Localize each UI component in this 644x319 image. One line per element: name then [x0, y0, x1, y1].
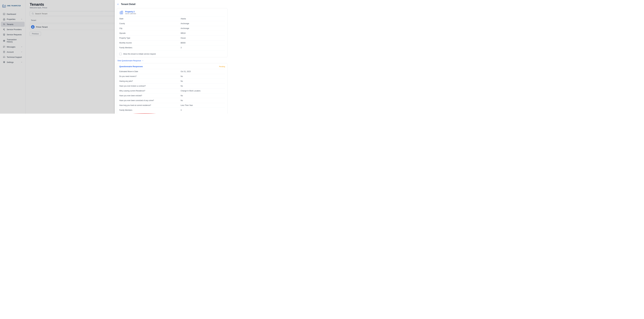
- question-value: No: [181, 99, 225, 101]
- panel-header: Tenant Detail: [117, 2, 228, 8]
- info-value: 3: [181, 47, 225, 49]
- info-value: House: [181, 37, 225, 39]
- info-row: County Anchorage: [119, 21, 225, 26]
- property-address: 315 E 12th Ave: [125, 13, 136, 14]
- allow-service-label: Allow this tenant to initiate service re…: [123, 53, 156, 55]
- question-value: No: [181, 80, 225, 82]
- view-questionnaire-toggle[interactable]: View Questionnaire Response: [117, 60, 228, 63]
- property-card: Property 2 315 E 12th Ave State Alaska C…: [117, 8, 228, 57]
- allow-service-row: Allow this tenant to initiate service re…: [119, 51, 225, 55]
- building-icon: [119, 10, 124, 14]
- info-value: Anchorage: [181, 27, 225, 29]
- info-label: Property Type: [119, 37, 181, 39]
- back-icon[interactable]: [117, 3, 119, 5]
- question-value: Oct 31, 2023: [181, 70, 225, 72]
- question-value: Less Then Year: [181, 104, 225, 106]
- question-label: Family Members: [119, 109, 181, 111]
- info-row: Family Members 3: [119, 45, 225, 50]
- info-label: City: [119, 27, 181, 29]
- question-value: 3: [181, 109, 225, 111]
- question-value: No: [181, 95, 225, 97]
- question-label: Have you ever broken a contract?: [119, 85, 181, 87]
- questionnaire-status: Pending: [219, 66, 225, 67]
- info-label: Family Members: [119, 47, 181, 49]
- question-label: Have you ever been convicted of any crim…: [119, 99, 181, 101]
- question-value: No: [181, 75, 225, 77]
- info-row: City Anchorage: [119, 26, 225, 31]
- question-value: Change In Work Location.: [181, 90, 225, 92]
- question-label: Why Leaving current Residence?: [119, 90, 181, 92]
- question-value: No: [181, 85, 225, 87]
- info-label: County: [119, 22, 181, 24]
- question-row: Have you ever been convicted of any crim…: [119, 98, 225, 103]
- question-row: Why Leaving current Residence? Change In…: [119, 88, 225, 93]
- question-label: Having any pets?: [119, 80, 181, 82]
- questionnaire-header: Questionnaire Responses Pending: [119, 65, 225, 68]
- info-row: State Alaska: [119, 16, 225, 21]
- info-value: $5000: [181, 42, 225, 44]
- questionnaire-card: Questionnaire Responses Pending Estimate…: [117, 63, 228, 114]
- questionnaire-title: Questionnaire Responses: [119, 65, 143, 68]
- question-label: Estimated Move-in Date: [119, 70, 181, 72]
- info-label: State: [119, 18, 181, 20]
- tenant-detail-panel: Tenant Detail Property 2 315 E 12th Ave …: [115, 0, 230, 114]
- property-header: Property 2 315 E 12th Ave: [119, 10, 225, 14]
- question-row: Do you need movers? No: [119, 74, 225, 79]
- info-row: Monthly Income $5000: [119, 40, 225, 45]
- info-value: 99518: [181, 32, 225, 34]
- info-value: Anchorage: [181, 22, 225, 24]
- question-row: Family Members 3: [119, 108, 225, 112]
- allow-service-checkbox[interactable]: [119, 53, 122, 55]
- question-row: Estimated Move-in Date Oct 31, 2023: [119, 69, 225, 74]
- question-row: How long you lived at current residence?…: [119, 103, 225, 108]
- svg-rect-6: [120, 12, 121, 14]
- info-label: Zipcode: [119, 32, 181, 34]
- info-row: Zipcode 99518: [119, 31, 225, 35]
- info-row: Property Type House: [119, 35, 225, 40]
- question-label: Have you ever been evicted?: [119, 95, 181, 97]
- annotation-circle: [115, 113, 174, 114]
- question-row: Have you ever been evicted? No: [119, 93, 225, 98]
- question-label: How long you lived at current residence?: [119, 104, 181, 106]
- property-name: Property 2: [125, 10, 136, 13]
- panel-title: Tenant Detail: [121, 3, 136, 5]
- question-label: Do you need movers?: [119, 75, 181, 77]
- chevron-up-icon: [142, 60, 144, 62]
- question-row: Having any pets? No: [119, 79, 225, 83]
- question-row: Have you ever broken a contract? No: [119, 83, 225, 88]
- info-label: Monthly Income: [119, 42, 181, 44]
- info-value: Alaska: [181, 18, 225, 20]
